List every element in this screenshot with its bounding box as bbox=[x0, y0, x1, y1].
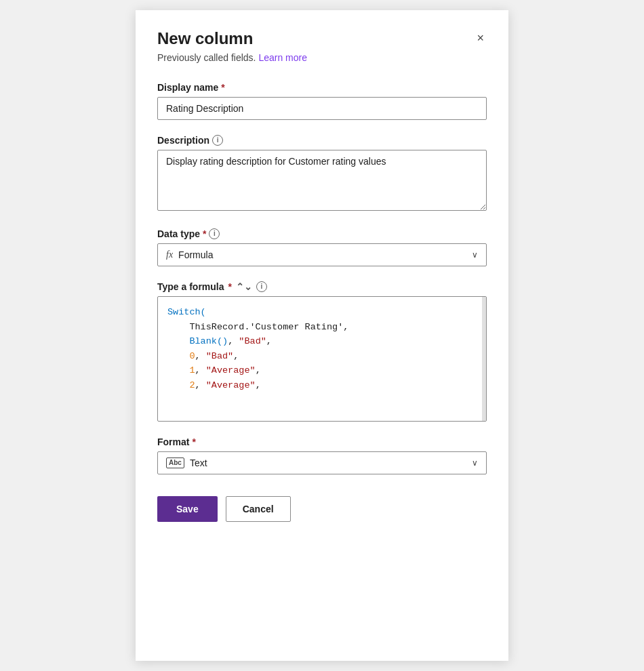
formula-editor[interactable]: Switch( ThisRecord.'Customer Rating', Bl… bbox=[157, 296, 487, 422]
data-type-required-star: * bbox=[203, 228, 206, 239]
button-row: Save Cancel bbox=[157, 496, 487, 522]
data-type-info-icon: i bbox=[209, 228, 220, 239]
description-group: Description i Display rating description… bbox=[157, 135, 487, 214]
formula-scrollbar[interactable] bbox=[482, 297, 486, 421]
format-chevron-down-icon: ∨ bbox=[472, 458, 478, 468]
learn-more-link[interactable]: Learn more bbox=[258, 52, 307, 63]
description-info-icon: i bbox=[212, 135, 223, 146]
close-button[interactable]: × bbox=[474, 29, 487, 47]
cancel-button[interactable]: Cancel bbox=[226, 496, 291, 522]
display-name-label: Display name * bbox=[157, 82, 487, 93]
formula-info-icon: i bbox=[256, 281, 267, 292]
fx-icon: fx bbox=[166, 249, 173, 260]
formula-line-6: 2, "Average", bbox=[167, 378, 477, 393]
format-select[interactable]: Abc Text ∨ bbox=[157, 451, 487, 474]
data-type-group: Data type * i fx Formula ∨ bbox=[157, 228, 487, 266]
formula-line-5: 1, "Average", bbox=[167, 363, 477, 378]
display-name-group: Display name * bbox=[157, 82, 487, 120]
formula-section: Type a formula * ⌃⌄ i Switch( ThisRecord… bbox=[157, 281, 487, 422]
formula-label: Type a formula * ⌃⌄ i bbox=[157, 281, 487, 292]
format-label: Format * bbox=[157, 436, 487, 447]
save-button[interactable]: Save bbox=[157, 496, 218, 522]
display-name-input[interactable] bbox=[157, 97, 487, 120]
new-column-dialog: New column × Previously called fields. L… bbox=[136, 10, 508, 661]
format-required-star: * bbox=[192, 436, 195, 447]
formula-required-star: * bbox=[228, 281, 232, 292]
data-type-select[interactable]: fx Formula ∨ bbox=[157, 243, 487, 266]
formula-line-4: 0, "Bad", bbox=[167, 349, 477, 364]
data-type-select-wrapper: fx Formula ∨ bbox=[157, 243, 487, 266]
description-label: Description i bbox=[157, 135, 487, 146]
format-select-wrapper: Abc Text ∨ bbox=[157, 451, 487, 474]
abc-icon: Abc bbox=[166, 458, 184, 468]
data-type-value: Formula bbox=[178, 249, 213, 260]
formula-line-3: Blank(), "Bad", bbox=[167, 334, 477, 349]
required-star: * bbox=[221, 82, 224, 93]
description-input[interactable]: Display rating description for Customer … bbox=[157, 150, 487, 211]
formula-line-1: Switch( bbox=[167, 305, 477, 320]
sort-arrows-icon[interactable]: ⌃⌄ bbox=[236, 282, 252, 291]
subtitle: Previously called fields. Learn more bbox=[157, 52, 487, 63]
data-type-label: Data type * i bbox=[157, 228, 487, 239]
format-section: Format * Abc Text ∨ bbox=[157, 436, 487, 474]
formula-line-2: ThisRecord.'Customer Rating', bbox=[167, 320, 477, 335]
dialog-header: New column × bbox=[157, 29, 487, 48]
chevron-down-icon: ∨ bbox=[472, 250, 478, 260]
dialog-title: New column bbox=[157, 29, 253, 48]
format-value: Text bbox=[190, 458, 207, 468]
